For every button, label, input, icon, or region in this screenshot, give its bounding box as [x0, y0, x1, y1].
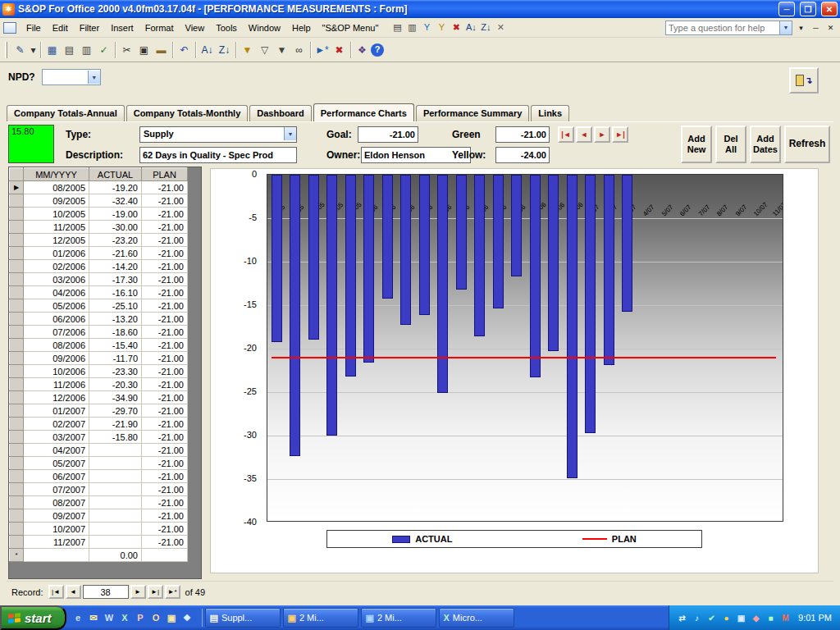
refresh-button[interactable]: Refresh — [784, 126, 830, 163]
quicklaunch-word-icon[interactable]: W — [103, 611, 116, 625]
row-selector[interactable] — [10, 378, 24, 391]
restore-button[interactable]: ❐ — [800, 2, 816, 16]
row-selector[interactable] — [10, 444, 24, 457]
cell-actual[interactable] — [89, 444, 142, 457]
cell-month[interactable]: 09/2007 — [24, 509, 89, 523]
cell-actual[interactable]: -30.00 — [89, 221, 142, 234]
bar-actual[interactable] — [382, 175, 393, 299]
cell-plan[interactable]: -21.00 — [142, 365, 188, 378]
quicklaunch-excel-icon[interactable]: X — [118, 611, 132, 625]
cell-month[interactable]: 10/2007 — [24, 523, 89, 536]
child-close-icon[interactable]: ✕ — [824, 21, 837, 34]
menu-window[interactable]: Window — [243, 21, 286, 35]
tab-performance-summary[interactable]: Performance Summary — [416, 105, 529, 121]
toolbar-options-icon[interactable]: ▾ — [795, 21, 807, 34]
bar-actual[interactable] — [272, 175, 282, 342]
last-record-button[interactable]: ►| — [148, 585, 163, 599]
filter-by-form-icon[interactable]: Y — [419, 21, 434, 35]
cell-plan[interactable]: -21.00 — [142, 523, 188, 536]
row-selector[interactable] — [10, 299, 24, 313]
cell-actual[interactable] — [89, 523, 142, 536]
cell-plan[interactable]: -21.00 — [142, 234, 188, 247]
sort-descending-icon[interactable]: Z↓ — [478, 21, 493, 35]
cell-month[interactable]: 11/2006 — [24, 378, 89, 391]
cell-plan[interactable]: -21.00 — [142, 194, 188, 208]
close-button[interactable]: ✕ — [821, 2, 838, 16]
quicklaunch-folder-icon[interactable]: ▣ — [165, 611, 179, 625]
cell-plan[interactable]: -21.00 — [142, 247, 188, 260]
cell-plan[interactable]: -21.00 — [142, 221, 188, 234]
cell-month[interactable]: 05/2007 — [24, 457, 89, 470]
close-x-icon[interactable]: ✕ — [493, 21, 508, 35]
print-preview-icon[interactable]: ▥ — [404, 21, 419, 35]
del-all-button[interactable]: Del All — [715, 126, 746, 163]
record-number-input[interactable] — [83, 585, 129, 599]
cell-month[interactable]: 10/2005 — [24, 208, 89, 221]
task-button-2[interactable]: ▣2 Mi... — [283, 608, 358, 628]
cell-plan[interactable]: -21.00 — [142, 444, 188, 457]
minimize-button[interactable]: ─ — [778, 2, 795, 16]
exit-button[interactable]: ↴ — [789, 67, 819, 94]
bar-actual[interactable] — [548, 175, 559, 351]
bar-actual[interactable] — [290, 175, 300, 456]
child-window-icon[interactable] — [3, 22, 16, 34]
bar-actual[interactable] — [493, 175, 504, 308]
menu-filter[interactable]: Filter — [74, 21, 105, 35]
cell-plan[interactable]: -21.00 — [142, 418, 188, 431]
yellow-field[interactable] — [495, 147, 550, 163]
save-icon[interactable]: ▦ — [43, 41, 61, 58]
row-selector[interactable] — [10, 194, 24, 208]
help-question-input[interactable] — [666, 21, 779, 34]
bar-actual[interactable] — [474, 175, 485, 336]
cell-month[interactable]: 08/2007 — [24, 496, 89, 509]
goal-field[interactable] — [358, 126, 418, 143]
tray-display-icon[interactable]: ▣ — [735, 612, 747, 624]
cell-actual[interactable]: 0.00 — [89, 549, 142, 562]
first-record-button[interactable]: |◄ — [48, 585, 64, 599]
add-dates-button[interactable]: Add Dates — [750, 126, 781, 163]
cell-month[interactable]: 08/2005 — [24, 181, 89, 194]
cell-actual[interactable]: -23.30 — [89, 365, 142, 378]
bar-actual[interactable] — [326, 175, 337, 436]
next-measure-button[interactable]: ► — [594, 126, 610, 143]
cell-month[interactable]: 11/2005 — [24, 221, 89, 234]
cell-actual[interactable]: -20.30 — [89, 378, 142, 391]
cell-month[interactable]: 05/2006 — [24, 299, 89, 313]
delete-record-icon[interactable]: ✖ — [331, 41, 348, 58]
bar-actual[interactable] — [308, 175, 319, 340]
database-window-icon[interactable]: ❖ — [354, 41, 371, 58]
menu-format[interactable]: Format — [139, 21, 180, 35]
tray-network-icon[interactable]: ⇄ — [676, 612, 688, 624]
copy-icon[interactable]: ▣ — [135, 41, 153, 58]
cell-actual[interactable] — [89, 483, 142, 496]
cell-month[interactable]: 04/2006 — [24, 286, 89, 299]
menu-view[interactable]: View — [180, 21, 211, 35]
bar-actual[interactable] — [456, 175, 467, 290]
row-selector[interactable] — [10, 509, 24, 523]
bar-actual[interactable] — [604, 175, 614, 365]
print-icon[interactable]: ▤ — [61, 41, 78, 58]
row-selector[interactable] — [10, 404, 24, 418]
tab-company-totals-annual[interactable]: Company Totals-Annual — [7, 105, 125, 121]
tray-msn-icon[interactable]: M — [779, 612, 792, 624]
row-selector[interactable] — [10, 457, 24, 470]
child-minimize-icon[interactable]: ─ — [810, 21, 822, 34]
cell-plan[interactable]: -21.00 — [142, 273, 188, 286]
cell-actual[interactable]: -15.80 — [89, 431, 142, 444]
row-selector[interactable] — [10, 431, 24, 444]
type-combo[interactable]: Supply ▼ — [139, 126, 297, 143]
row-selector[interactable] — [10, 523, 24, 536]
cell-month[interactable]: 10/2006 — [24, 365, 89, 378]
quicklaunch-outlook-icon[interactable]: O — [149, 611, 163, 625]
row-selector[interactable] — [10, 313, 24, 326]
cell-actual[interactable]: -13.20 — [89, 313, 142, 326]
cell-actual[interactable]: -15.40 — [89, 339, 142, 352]
bar-actual[interactable] — [585, 175, 596, 433]
tray-app-green-icon[interactable]: ■ — [765, 612, 777, 624]
row-selector[interactable] — [10, 260, 24, 273]
cell-actual[interactable]: -21.90 — [89, 418, 142, 431]
cut-icon[interactable]: ✂ — [118, 41, 135, 58]
tab-dashboard[interactable]: Dashboard — [249, 105, 311, 121]
cell-month[interactable]: 09/2006 — [24, 352, 89, 365]
print-preview-icon[interactable]: ▥ — [78, 41, 95, 58]
